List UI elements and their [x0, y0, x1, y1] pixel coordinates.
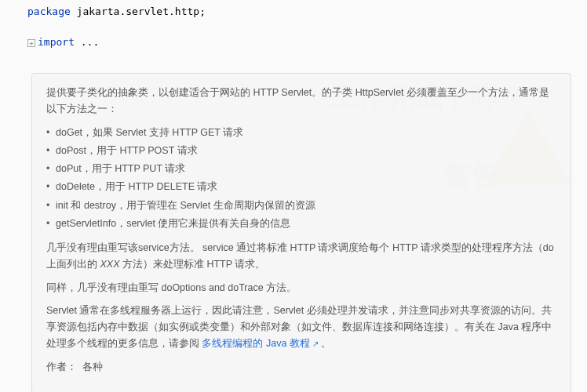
blank-line — [27, 20, 587, 35]
doc-intro: 提供要子类化的抽象类，以创建适合于网站的 HTTP Servlet。的子类 Ht… — [46, 85, 556, 118]
fold-toggle-icon[interactable]: + — [27, 39, 35, 47]
javadoc-rendered-box[interactable]: 提供要子类化的抽象类，以创建适合于网站的 HTTP Servlet。的子类 Ht… — [31, 73, 571, 392]
code-line-import[interactable]: +import ... — [27, 34, 587, 50]
blank-line — [27, 50, 587, 66]
doc-method-list: doGet，如果 Servlet 支持 HTTP GET 请求 doPost，用… — [46, 125, 556, 233]
doc-list-item: doPost，用于 HTTP POST 请求 — [46, 143, 556, 159]
doc-list-item: init 和 destroy，用于管理在 Servlet 生命周期内保留的资源 — [46, 198, 556, 214]
doc-list-item: doGet，如果 Servlet 支持 HTTP GET 请求 — [46, 125, 556, 141]
code-line-package[interactable]: package jakarta.servlet.http; — [27, 4, 587, 20]
editor-area[interactable]: package jakarta.servlet.http; +import ..… — [0, 0, 587, 392]
doc-author: 作者： 各种 — [46, 359, 556, 376]
doc-list-item: getServletInfo，servlet 使用它来提供有关自身的信息 — [46, 216, 556, 232]
doc-paragraph: 几乎没有理由重写该service方法。 service 通过将标准 HTTP 请… — [46, 240, 556, 274]
doc-paragraph: 同样，几乎没有理由重写 doOptions and doTrace 方法。 — [46, 280, 556, 296]
doc-list-item: doDelete，用于 HTTP DELETE 请求 — [46, 179, 556, 195]
doc-paragraph: Servlet 通常在多线程服务器上运行，因此请注意，Servlet 必须处理并… — [46, 303, 556, 353]
doc-list-item: doPut，用于 HTTP PUT 请求 — [46, 161, 556, 177]
doc-link[interactable]: 多线程编程的 Java 教程 — [202, 338, 318, 349]
